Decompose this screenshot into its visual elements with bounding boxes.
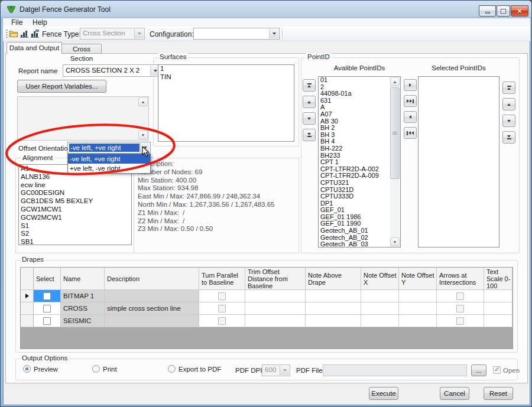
trim-offset-cell[interactable] — [245, 290, 306, 302]
surfaces-list[interactable]: 1TIN — [158, 64, 294, 142]
menu-help[interactable]: Help — [29, 18, 51, 27]
checkbox[interactable] — [456, 292, 464, 300]
menu-file[interactable]: File — [8, 18, 26, 27]
alignment-item[interactable]: ecw line — [19, 181, 131, 190]
selected-move-bottom-button[interactable] — [502, 131, 515, 144]
column-header-select[interactable]: Select — [34, 268, 61, 290]
checkbox[interactable] — [456, 317, 464, 325]
maximize-button[interactable] — [497, 5, 510, 17]
scroll-up-icon[interactable] — [138, 97, 148, 106]
tab-cross-section[interactable]: Cross Section — [62, 44, 102, 54]
scroll-down-icon[interactable] — [390, 237, 400, 246]
checkbox[interactable] — [218, 317, 226, 325]
alignment-item[interactable]: GCW1MCW1 — [19, 206, 131, 214]
pointid-item[interactable]: CPT 1 — [319, 159, 400, 166]
radio-preview[interactable]: Preview — [23, 365, 58, 373]
name-cell[interactable]: SEISMIC — [61, 315, 105, 327]
note-offset-y-cell[interactable] — [399, 290, 437, 302]
configuration-combo[interactable] — [193, 28, 280, 40]
pointid-item[interactable]: A07 — [319, 111, 400, 118]
arrows-cell[interactable] — [437, 302, 484, 315]
text-scale-cell[interactable] — [484, 315, 512, 327]
available-list-scrollbar[interactable] — [390, 77, 400, 246]
pointid-item[interactable]: Geotech_AB_03 — [319, 241, 400, 248]
offset-dropdown-option[interactable]: -ve left, +ve right — [68, 154, 150, 164]
execute-button[interactable]: Execute — [369, 387, 398, 400]
description-cell[interactable]: simple cross section line — [105, 302, 199, 315]
note-offset-x-cell[interactable] — [361, 302, 399, 315]
offset-orientation-dropdown-button[interactable] — [140, 143, 150, 152]
text-scale-cell[interactable] — [484, 290, 512, 302]
selected-pointids-list[interactable] — [418, 76, 499, 248]
arrows-cell[interactable] — [437, 315, 484, 327]
column-header-note-above-drape[interactable]: Note Above Drape — [306, 268, 361, 290]
turn-parallel-cell[interactable] — [199, 315, 245, 327]
available-move-down-button[interactable] — [303, 112, 316, 125]
turn-parallel-cell[interactable] — [199, 290, 245, 302]
add-all-pointids-button[interactable] — [404, 95, 417, 107]
scroll-down-icon[interactable] — [138, 131, 148, 139]
arrows-cell[interactable] — [437, 290, 484, 302]
checkbox[interactable] — [218, 305, 226, 312]
row-header[interactable] — [21, 315, 34, 327]
note-offset-x-cell[interactable] — [361, 290, 399, 302]
pointid-item[interactable]: BH-222 — [319, 145, 400, 152]
alignment-item[interactable]: GCW2MCW1 — [19, 214, 131, 222]
alignment-item[interactable]: S1 — [19, 222, 131, 230]
pointid-item[interactable]: CPTU321 — [319, 180, 400, 187]
alignment-item[interactable]: S2 — [19, 230, 131, 238]
surface-item[interactable]: TIN — [158, 73, 294, 82]
available-pointids-list[interactable]: 01244098-01a631AA07AB 30BH 2BH 3BH 4BH-2… — [318, 76, 401, 248]
configuration-dropdown-button[interactable] — [269, 29, 278, 38]
report-variables-scrollbar[interactable] — [138, 97, 148, 139]
checkbox[interactable] — [43, 292, 51, 300]
note-offset-y-cell[interactable] — [399, 302, 437, 315]
open-icon[interactable] — [9, 29, 18, 38]
remove-pointid-button[interactable] — [404, 111, 417, 123]
available-move-up-button[interactable] — [303, 96, 316, 108]
note-offset-x-cell[interactable] — [361, 315, 399, 327]
checkbox[interactable] — [456, 305, 464, 312]
user-report-variables-button[interactable]: User Report Variables... — [17, 80, 106, 93]
select-cell[interactable] — [34, 315, 61, 327]
close-button[interactable]: × — [511, 5, 528, 17]
add-pointid-button[interactable] — [404, 79, 417, 91]
offset-dropdown-list[interactable]: -ve left, +ve right+ve left, -ve right — [67, 154, 151, 174]
report-name-combo[interactable]: CROSS SECTION 2 X 2 — [63, 64, 161, 77]
note-above-cell[interactable] — [306, 290, 361, 302]
selected-move-up-button[interactable] — [502, 98, 515, 110]
scroll-up-icon[interactable] — [390, 77, 400, 86]
browse-button[interactable]: ... — [471, 364, 486, 376]
note-above-cell[interactable] — [306, 315, 361, 327]
radio-export-to-pdf[interactable]: Export to PDF — [168, 365, 221, 373]
turn-parallel-cell[interactable] — [199, 302, 245, 315]
alignment-item[interactable]: ALNB136 — [19, 173, 131, 181]
column-header-note-offset-x[interactable]: Note Offset X — [361, 268, 399, 290]
name-cell[interactable]: BITMAP 1 — [61, 290, 105, 302]
checkbox[interactable] — [43, 317, 51, 325]
surface-item[interactable]: 1 — [158, 65, 294, 73]
scrollbar-thumb[interactable] — [390, 87, 400, 179]
selected-move-down-button[interactable] — [502, 115, 515, 127]
text-scale-cell[interactable] — [484, 302, 512, 315]
selected-move-top-button[interactable] — [502, 82, 515, 94]
open-checkbox[interactable] — [493, 366, 501, 374]
note-above-cell[interactable] — [306, 302, 361, 315]
row-header[interactable] — [21, 302, 34, 315]
trim-offset-cell[interactable] — [245, 302, 306, 315]
remove-all-pointids-button[interactable] — [404, 127, 417, 139]
alignment-list[interactable]: A1ALNB136ecw lineGC00DESIGNGCB1DES M5 BE… — [18, 164, 132, 245]
pointid-item[interactable]: Geotech_AB_01 — [319, 227, 400, 235]
minimize-button[interactable] — [479, 5, 496, 17]
description-cell[interactable] — [105, 315, 199, 327]
column-header-arrows-at-intersections[interactable]: Arrows at Intersections — [437, 268, 484, 290]
pointid-item[interactable]: CPTU333D — [319, 193, 400, 200]
pointid-item[interactable]: 01 — [319, 77, 400, 84]
column-header-trim-offset-distance-from-baseline[interactable]: Trim Offset Distance from Baseline — [245, 268, 306, 290]
description-cell[interactable] — [105, 290, 199, 302]
select-cell[interactable] — [34, 302, 61, 315]
column-header-name[interactable]: Name — [61, 268, 105, 290]
column-header-text-scale-0-100[interactable]: Text Scale 0-100 — [484, 268, 512, 290]
column-header-description[interactable]: Description — [105, 268, 199, 290]
radio-print[interactable]: Print — [92, 365, 117, 373]
